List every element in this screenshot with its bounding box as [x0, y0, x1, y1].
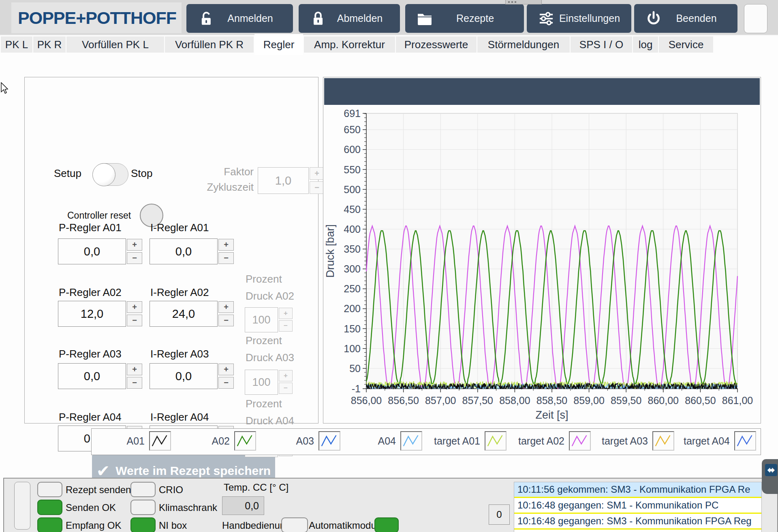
svg-text:857,00: 857,00	[425, 395, 456, 406]
p-decrement-button[interactable]: −	[127, 377, 142, 389]
legend-line-icon[interactable]	[318, 431, 340, 451]
i-increment-button[interactable]: +	[218, 301, 234, 313]
teamviewer-icon[interactable]: ⬌	[765, 464, 777, 476]
faktor-zykluszeit-input[interactable]: 1,0	[258, 167, 309, 194]
svg-text:861,00: 861,00	[722, 395, 753, 406]
header-button-label: Einstellungen	[555, 13, 624, 24]
legend-item-target-a01[interactable]: target A01	[434, 431, 507, 451]
tab-pk-r[interactable]: PK R	[33, 36, 66, 53]
p-regler-label-2: P-Regler A02	[59, 286, 122, 299]
status-side-button[interactable]	[14, 482, 30, 530]
lock-icon	[309, 10, 327, 28]
blank-header-button[interactable]	[744, 4, 767, 33]
header-button-beenden[interactable]: Beenden	[634, 4, 737, 33]
svg-text:400: 400	[344, 223, 361, 235]
legend-item-target-a02[interactable]: target A02	[518, 431, 591, 451]
legend-line-icon[interactable]	[234, 431, 256, 451]
legend-item-target-a03[interactable]: target A03	[602, 431, 674, 451]
log-row[interactable]: 10:16:48 gegangen: SM1 - Kommunikation P…	[514, 498, 761, 514]
tab-vorf-llen-pk-r[interactable]: Vorfüllen PK R	[165, 36, 254, 53]
p-decrement-button[interactable]: −	[127, 252, 142, 264]
svg-text:859,00: 859,00	[573, 395, 604, 406]
svg-text:858,00: 858,00	[499, 395, 530, 406]
svg-text:Zeit [s]: Zeit [s]	[535, 409, 568, 421]
svg-text:860,50: 860,50	[685, 395, 716, 406]
tab-prozesswerte[interactable]: Prozesswerte	[396, 36, 477, 53]
header-button-label: Beenden	[663, 13, 730, 24]
p-increment-button[interactable]: +	[127, 301, 142, 313]
automatikmodus-label: Automatikmodus	[309, 520, 381, 531]
header-button-label: Anmelden	[215, 13, 286, 24]
p-decrement-button[interactable]: −	[127, 315, 142, 326]
faktor-increment-button[interactable]: +	[310, 167, 324, 180]
p-increment-button[interactable]: +	[127, 364, 142, 375]
tab-service[interactable]: Service	[659, 36, 713, 53]
p-regler-input-2[interactable]: 12,0	[58, 301, 126, 327]
save-values-label: Werte im Rezept speichern	[115, 464, 271, 478]
prozent-druck-input-2[interactable]: 100	[245, 307, 278, 332]
header-button-einstellungen[interactable]: Einstellungen	[527, 4, 631, 33]
i-regler-input-3[interactable]: 0,0	[150, 363, 218, 389]
tab-amp-korrektur[interactable]: Amp. Korrektur	[304, 36, 395, 53]
tab-pk-l[interactable]: PK L	[1, 36, 32, 53]
prozent-decrement-button[interactable]: −	[279, 383, 293, 394]
header-button-anmelden[interactable]: Anmelden	[186, 4, 293, 33]
header-button-rezepte[interactable]: Rezepte	[405, 4, 524, 33]
i-increment-button[interactable]: +	[218, 364, 234, 375]
i-regler-input-2[interactable]: 24,0	[150, 301, 218, 327]
event-log-list[interactable]: 10:11:56 gekommen: SM3 - Kommunikation F…	[514, 482, 762, 532]
legend-item-target-a04[interactable]: target A04	[684, 431, 756, 451]
toggle-knob-icon[interactable]	[92, 163, 115, 186]
legend-line-icon[interactable]	[569, 431, 591, 451]
faktor-decrement-button[interactable]: −	[310, 181, 324, 194]
p-regler-input-1[interactable]: 0,0	[58, 238, 126, 264]
led-label-empfang-ok: Empfang OK	[66, 520, 121, 531]
led-rezept-senden	[37, 482, 62, 497]
automatikmodus-led	[374, 517, 399, 532]
i-decrement-button[interactable]: −	[218, 252, 234, 264]
svg-text:100: 100	[344, 343, 361, 354]
log-row[interactable]: 10:11:56 gekommen: SM3 - Kommunikation F…	[514, 482, 761, 498]
legend-line-icon[interactable]	[485, 431, 507, 451]
legend-label: A01	[127, 435, 145, 447]
prozent-label-4: Prozent	[246, 398, 282, 410]
p-increment-button[interactable]: +	[127, 239, 142, 251]
svg-text:350: 350	[344, 243, 361, 255]
window-grip[interactable]	[505, 0, 542, 4]
log-row[interactable]: 10:16:48 gegangen: SM3 - Kommunikation F…	[514, 514, 761, 530]
header-button-abmelden[interactable]: Abmelden	[299, 4, 400, 33]
setup-stop-toggle[interactable]	[93, 163, 128, 186]
svg-text:150: 150	[344, 323, 361, 334]
legend-line-icon[interactable]	[652, 431, 674, 451]
p-regler-label-1: P-Regler A01	[59, 221, 122, 234]
legend-line-icon[interactable]	[734, 431, 756, 451]
p-regler-input-3[interactable]: 0,0	[58, 363, 126, 389]
i-regler-label-4: I-Regler A04	[150, 411, 209, 423]
legend-item-a01[interactable]: A01	[127, 431, 171, 451]
prozent-druck-input-3[interactable]: 100	[245, 370, 278, 395]
prozent-increment-button[interactable]: +	[279, 370, 293, 381]
tab-st-rmeldungen[interactable]: Störmeldungen	[477, 36, 570, 53]
legend-item-a03[interactable]: A03	[296, 431, 340, 451]
i-decrement-button[interactable]: −	[218, 377, 234, 389]
prozent-increment-button[interactable]: +	[279, 308, 293, 319]
header-bar: POPPE+POTTHOFF Anmelden Abmelden Rezepte…	[0, 0, 778, 36]
i-increment-button[interactable]: +	[218, 239, 234, 251]
temp-value-box: 0,0	[222, 496, 264, 515]
legend-line-icon[interactable]	[400, 431, 422, 451]
svg-text:600: 600	[344, 144, 361, 155]
i-decrement-button[interactable]: −	[218, 315, 234, 326]
i-regler-label-1: I-Regler A01	[150, 221, 209, 234]
company-logo: POPPE+POTTHOFF	[18, 8, 176, 28]
legend-line-icon[interactable]	[149, 431, 171, 451]
i-regler-input-1[interactable]: 0,0	[150, 238, 218, 264]
legend-item-a04[interactable]: A04	[378, 431, 422, 451]
prozent-decrement-button[interactable]: −	[279, 320, 293, 332]
tab-sps-i-o[interactable]: SPS I / O	[571, 36, 632, 53]
legend-item-a02[interactable]: A02	[212, 431, 256, 451]
counter-box: 0	[489, 504, 510, 525]
tab-log[interactable]: log	[633, 36, 658, 53]
tab-regler[interactable]: Regler	[254, 34, 303, 55]
tab-vorf-llen-pk-l[interactable]: Vorfüllen PK L	[66, 36, 164, 53]
prozent-label-3: Prozent	[246, 334, 282, 347]
